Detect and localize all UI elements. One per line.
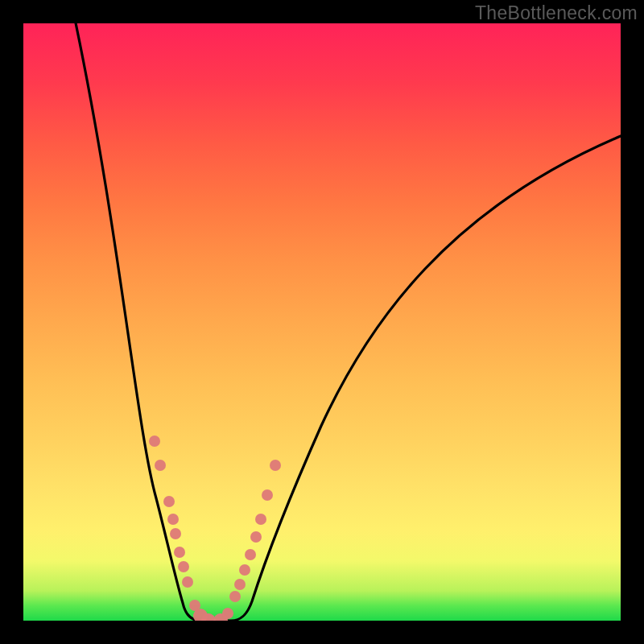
data-point xyxy=(245,549,256,560)
v-curve xyxy=(74,23,621,621)
data-point xyxy=(170,528,181,539)
data-point xyxy=(163,496,175,507)
data-point xyxy=(182,576,193,588)
plot-area xyxy=(23,23,621,621)
data-point xyxy=(174,547,185,558)
data-point xyxy=(255,514,266,525)
data-point xyxy=(155,460,166,471)
curve-svg xyxy=(23,23,621,621)
data-point xyxy=(178,561,189,572)
data-point xyxy=(149,436,160,447)
data-point xyxy=(262,489,273,501)
chart-frame: TheBottleneck.com xyxy=(0,0,644,644)
data-point xyxy=(239,564,250,576)
data-point xyxy=(234,579,246,590)
watermark-text: TheBottleneck.com xyxy=(475,2,638,24)
data-point xyxy=(229,591,241,602)
data-point xyxy=(167,514,179,525)
data-point xyxy=(270,460,281,471)
data-point xyxy=(222,608,233,619)
data-point xyxy=(250,531,262,543)
